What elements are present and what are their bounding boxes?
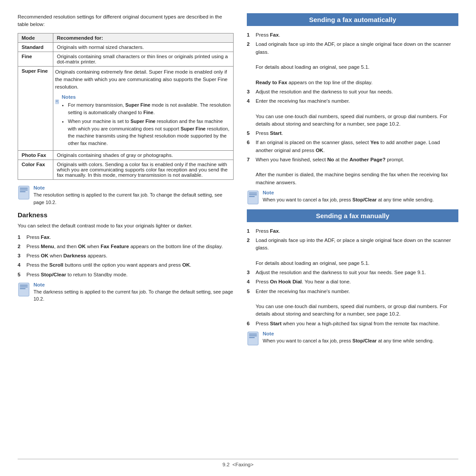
fax-auto-step-4: 4 Enter the receiving fax machine's numb… (247, 97, 458, 128)
step-num: 4 (247, 97, 253, 128)
step-num: 2 (18, 243, 24, 250)
step-text: Press the Scroll buttons until the optio… (26, 261, 191, 269)
note-box-darkness-content: Note The darkness setting is applied to … (33, 282, 234, 303)
table-header-recommended: Recommended for: (53, 33, 234, 42)
footer-page: 9.2 (223, 462, 230, 467)
step-text: Press Fax. (256, 31, 280, 39)
desc-standard: Originals with normal sized characters. (53, 42, 234, 52)
table-row-photofax: Photo Fax Originals containing shades of… (18, 151, 234, 160)
note-label-darkness: Note (33, 282, 234, 287)
note-inline-auto-content: Note When you want to cancel a fax job, … (263, 190, 434, 204)
note-icon-manual (247, 331, 259, 346)
mode-superfine: Super Fine (18, 66, 53, 151)
fax-auto-step-5: 5 Press Start. (247, 130, 458, 137)
note-text-manual: When you want to cancel a fax job, press… (263, 337, 434, 345)
darkness-section: Darkness You can select the default cont… (18, 211, 234, 303)
step-text: Press Stop/Clear to return to Standby mo… (26, 271, 127, 279)
step-text: Load originals face up into the ADF, or … (256, 41, 458, 86)
desc-fine: Originals containing small characters or… (53, 52, 234, 66)
step-text: If an original is placed on the scanner … (256, 139, 458, 154)
left-column: Recommended resolution settings for diff… (18, 13, 234, 454)
step-num: 6 (247, 139, 253, 154)
step-text: Press Fax. (256, 227, 280, 235)
step-num: 6 (247, 320, 253, 327)
note-box-darkness: Note The darkness setting is applied to … (18, 282, 234, 303)
step-num: 5 (18, 271, 24, 279)
desc-photofax: Originals containing shades of gray or p… (53, 151, 234, 160)
svg-rect-17 (249, 334, 257, 335)
mode-fine: Fine (18, 52, 53, 66)
step-num: 3 (18, 252, 24, 260)
svg-rect-6 (20, 190, 28, 190)
notes-label: Notes (62, 94, 231, 100)
fax-auto-step-1: 1 Press Fax. (247, 31, 458, 39)
page: Recommended resolution settings for diff… (0, 0, 476, 476)
step-num: 3 (247, 269, 253, 276)
step-num: 1 (18, 234, 24, 241)
darkness-title: Darkness (18, 211, 234, 219)
note-label-auto: Note (263, 190, 434, 195)
step-text: Press On Hook Dial. You hear a dial tone… (256, 278, 351, 286)
note-icon-auto (247, 190, 259, 205)
darkness-intro: You can select the default contrast mode… (18, 222, 234, 230)
section-header-auto: Sending a fax automatically (247, 13, 458, 26)
table-row-superfine: Super Fine Originals containing extremel… (18, 66, 234, 151)
step-text: Enter the receiving fax machine's number… (256, 288, 458, 318)
step-text: Adjust the resolution and the darkness t… (256, 269, 426, 276)
svg-rect-9 (20, 285, 28, 286)
step-num: 1 (247, 31, 253, 39)
fax-auto-step-2: 2 Load originals face up into the ADF, o… (247, 41, 458, 86)
svg-rect-13 (249, 193, 257, 193)
section-header-manual: Sending a fax manually (247, 209, 458, 222)
table-row-standard: Standard Originals with normal sized cha… (18, 42, 234, 52)
table-header-mode: Mode (18, 33, 53, 42)
mode-colorfax: Color Fax (18, 160, 53, 180)
step-text: When you have finished, select No at the… (256, 156, 458, 186)
note-text-darkness: The darkness setting is applied to the c… (33, 288, 234, 303)
darkness-step-2: 2Press Menu, and then OK when Fax Featur… (18, 243, 234, 250)
fax-manual-steps: 1 Press Fax. 2 Load originals face up in… (247, 227, 458, 327)
svg-rect-14 (249, 194, 257, 195)
desc-colorfax: Originals with colors. Sending a color f… (53, 160, 234, 180)
svg-rect-5 (20, 188, 28, 189)
svg-rect-2 (56, 101, 59, 101)
note-box-resolution-content: Note The resolution setting is applied t… (33, 185, 234, 206)
note-box-resolution: Note The resolution setting is applied t… (18, 185, 234, 206)
table-row-fine: Fine Originals containing small characte… (18, 52, 234, 66)
content-area: Recommended resolution settings for diff… (18, 13, 458, 454)
step-num: 4 (247, 278, 253, 286)
step-text: Adjust the resolution and the darkness t… (256, 88, 393, 96)
mode-photofax: Photo Fax (18, 151, 53, 160)
note-icon-resolution (18, 185, 30, 200)
step-text: Enter the receiving fax machine's number… (256, 97, 458, 128)
fax-manual-step-4: 4 Press On Hook Dial. You hear a dial to… (247, 278, 458, 286)
fax-manual-step-6: 6 Press Start when you hear a high-pitch… (247, 320, 458, 327)
darkness-step-1: 1Press Fax. (18, 234, 234, 241)
darkness-steps: 1Press Fax. 2Press Menu, and then OK whe… (18, 234, 234, 279)
note-text-auto: When you want to cancel a fax job, press… (263, 196, 434, 204)
table-row-colorfax: Color Fax Originals with colors. Sending… (18, 160, 234, 180)
svg-rect-19 (249, 337, 255, 338)
notes-content: Notes For memory transmission, Super Fin… (62, 94, 231, 149)
step-text: Press Fax. (26, 234, 51, 241)
fax-auto-step-6: 6 If an original is placed on the scanne… (247, 139, 458, 154)
step-num: 7 (247, 156, 253, 186)
note-inline-manual-content: Note When you want to cancel a fax job, … (263, 331, 434, 345)
svg-rect-7 (20, 191, 26, 192)
intro-text: Recommended resolution settings for diff… (18, 13, 234, 29)
step-text: Press Start. (256, 130, 283, 137)
fax-manual-step-5: 5 Enter the receiving fax machine's numb… (247, 288, 458, 318)
svg-rect-11 (20, 288, 26, 289)
note-text-resolution: The resolution setting is applied to the… (33, 191, 234, 206)
fax-manual-step-3: 3 Adjust the resolution and the darkness… (247, 269, 458, 276)
step-num: 4 (18, 261, 24, 269)
note-inline-auto: Note When you want to cancel a fax job, … (247, 190, 458, 205)
step-text: Load originals face up into the ADF, or … (256, 237, 458, 267)
svg-rect-18 (249, 335, 257, 336)
fax-auto-steps: 1 Press Fax. 2 Load originals face up in… (247, 31, 458, 186)
fax-auto-step-3: 3 Adjust the resolution and the darkness… (247, 88, 458, 96)
note-label-resolution: Note (33, 185, 234, 190)
section-fax-manual: Sending a fax manually 1 Press Fax. 2 Lo… (247, 209, 458, 346)
desc-superfine: Originals containing extremely fine deta… (53, 66, 234, 151)
footer-section: <Faxing> (232, 462, 253, 467)
